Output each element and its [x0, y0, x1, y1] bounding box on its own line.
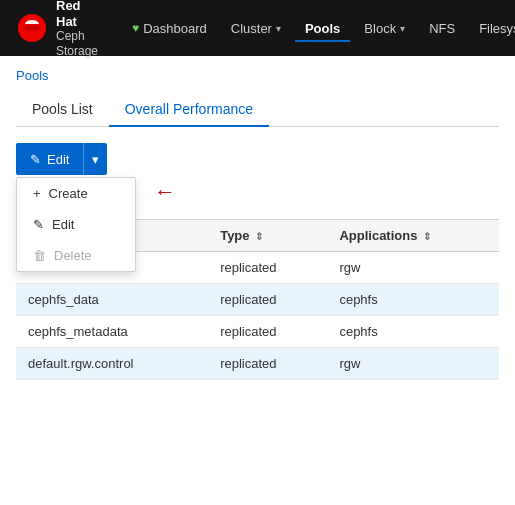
tab-overall-performance[interactable]: Overall Performance [109, 93, 269, 127]
cell-name: default.rgw.control [16, 348, 208, 380]
cell-name: cephfs_metadata [16, 316, 208, 348]
plus-icon: + [33, 186, 41, 201]
applications-sort-icon: ⇕ [423, 231, 431, 242]
create-label: Create [49, 186, 88, 201]
arrow-indicator: ← [154, 179, 176, 205]
trash-icon: 🗑 [33, 248, 46, 263]
main-content: Pools Pools List Overall Performance ✎ E… [0, 56, 515, 392]
pencil-icon: ✎ [30, 152, 41, 167]
edit-label: Edit [52, 217, 74, 232]
brand-name: Red Hat [56, 0, 98, 29]
svg-point-4 [24, 25, 40, 31]
edit-main-button[interactable]: ✎ Edit [16, 143, 83, 175]
nav-filesystems[interactable]: Filesystems [469, 15, 515, 42]
delete-label: Delete [54, 248, 92, 263]
table-row[interactable]: cephfs_data replicated cephfs [16, 284, 499, 316]
cell-applications: rgw [327, 348, 499, 380]
nav-cluster[interactable]: Cluster ▾ [221, 15, 291, 42]
col-applications[interactable]: Applications ⇕ [327, 220, 499, 252]
nav-dashboard[interactable]: ♥ Dashboard [122, 15, 217, 42]
nav-block[interactable]: Block ▾ [354, 15, 415, 42]
tabs-container: Pools List Overall Performance [16, 93, 499, 127]
logo-area: Red Hat Ceph Storage [16, 0, 98, 58]
breadcrumb[interactable]: Pools [16, 68, 499, 83]
dashboard-icon: ♥ [132, 21, 139, 35]
edit-icon: ✎ [33, 217, 44, 232]
cell-type: replicated [208, 316, 327, 348]
block-caret: ▾ [400, 23, 405, 34]
table-row[interactable]: cephfs_metadata replicated cephfs [16, 316, 499, 348]
cluster-caret: ▾ [276, 23, 281, 34]
nav-pools[interactable]: Pools [295, 15, 350, 42]
dropdown-edit[interactable]: ✎ Edit [17, 209, 135, 240]
cell-name: cephfs_data [16, 284, 208, 316]
cell-type: replicated [208, 252, 327, 284]
cell-type: replicated [208, 284, 327, 316]
cell-applications: cephfs [327, 316, 499, 348]
tab-pools-list[interactable]: Pools List [16, 93, 109, 127]
topbar: Red Hat Ceph Storage ♥ Dashboard Cluster… [0, 0, 515, 56]
table-row[interactable]: default.rgw.control replicated rgw [16, 348, 499, 380]
type-sort-icon: ⇕ [255, 231, 263, 242]
logo-text: Red Hat Ceph Storage [56, 0, 98, 58]
cell-applications: cephfs [327, 284, 499, 316]
toolbar: ✎ Edit ▾ + Create ✎ Edit 🗑 Delete ← [16, 143, 107, 175]
cell-applications: rgw [327, 252, 499, 284]
dropdown-delete: 🗑 Delete [17, 240, 135, 271]
redhat-logo [16, 12, 48, 44]
product-name: Ceph Storage [56, 29, 98, 58]
nav-nfs[interactable]: NFS [419, 15, 465, 42]
edit-dropdown-toggle[interactable]: ▾ [83, 143, 107, 175]
main-nav: ♥ Dashboard Cluster ▾ Pools Block ▾ NFS … [122, 15, 515, 42]
edit-button-group: ✎ Edit ▾ [16, 143, 107, 175]
dropdown-create[interactable]: + Create [17, 178, 135, 209]
cell-type: replicated [208, 348, 327, 380]
col-type[interactable]: Type ⇕ [208, 220, 327, 252]
dropdown-menu: + Create ✎ Edit 🗑 Delete [16, 177, 136, 272]
caret-down-icon: ▾ [92, 152, 99, 167]
